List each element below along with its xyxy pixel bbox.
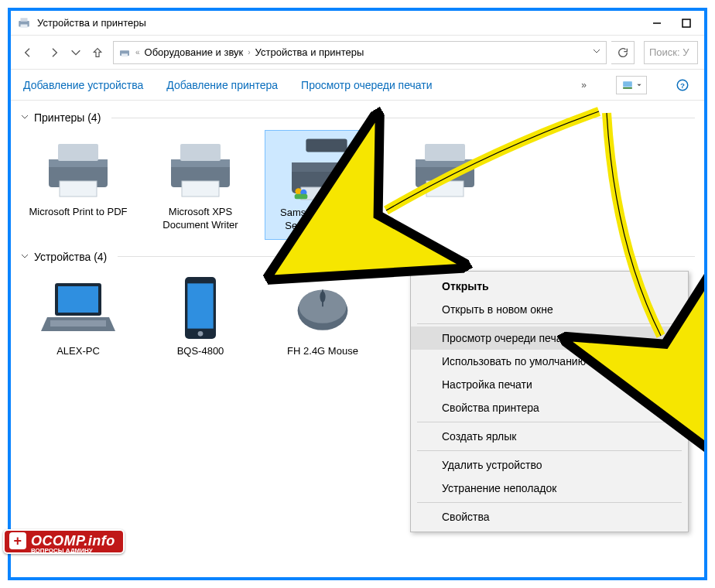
recent-locations-button[interactable] — [70, 42, 82, 63]
svg-rect-1 — [21, 18, 28, 22]
svg-rect-4 — [682, 19, 690, 27]
printer-icon — [39, 136, 117, 201]
printer-icon — [406, 136, 484, 201]
svg-rect-6 — [121, 53, 128, 56]
toolbar: Добавление устройства Добавление принтер… — [11, 70, 704, 101]
chevron-down-icon — [20, 251, 29, 263]
ctx-open-new-window[interactable]: Открыть в новом окне — [411, 298, 688, 321]
watermark: + OCOMP.info ВОПРОСЫ АДМИНУ — [3, 529, 125, 554]
svg-point-38 — [320, 291, 325, 302]
chevron-right-icon: › — [248, 48, 250, 56]
svg-rect-28 — [425, 144, 465, 161]
chevron-down-icon — [20, 111, 29, 124]
view-mode-button[interactable] — [616, 76, 647, 94]
printer-item-selected[interactable]: Samsung ML-1860 Series (USB001) — [265, 130, 381, 240]
printers-items: Microsoft Print to PDF Microsoft XPS Doc… — [20, 130, 695, 240]
breadcrumb-item[interactable]: Устройства и принтеры — [255, 46, 364, 58]
navbar: « Оборудование и звук › Устройства и при… — [11, 36, 704, 70]
item-label: ALEX-PC — [56, 345, 100, 358]
svg-rect-21 — [292, 162, 354, 172]
context-menu: Открыть Открыть в новом окне Просмотр оч… — [410, 271, 689, 532]
printer-item[interactable] — [387, 130, 503, 240]
group-header-devices[interactable]: Устройства (4) — [20, 251, 695, 263]
ctx-print-setup[interactable]: Настройка печати — [411, 373, 688, 396]
svg-rect-34 — [187, 283, 213, 328]
chevron-left-icon: « — [135, 48, 140, 56]
breadcrumb-item[interactable]: Оборудование и звук — [145, 46, 244, 58]
search-placeholder: Поиск: У — [649, 46, 689, 58]
svg-rect-7 — [623, 81, 632, 87]
svg-text:?: ? — [680, 80, 685, 89]
svg-rect-17 — [180, 144, 221, 161]
device-item[interactable]: ALEX-PC — [20, 269, 136, 364]
item-label: FH 2.4G Mouse — [287, 345, 358, 358]
ctx-set-default[interactable]: Использовать по умолчанию — [411, 350, 688, 373]
svg-rect-31 — [58, 286, 98, 313]
mouse-icon — [284, 275, 361, 340]
svg-rect-8 — [623, 87, 632, 88]
group-label: Принтеры (4) — [34, 111, 101, 124]
printer-item[interactable]: Microsoft XPS Document Writer — [142, 130, 258, 240]
ctx-remove-device[interactable]: Удалить устройство — [411, 453, 688, 477]
ctx-view-queue[interactable]: Просмотр очереди печати — [411, 326, 688, 350]
forward-button[interactable] — [43, 42, 65, 63]
svg-rect-29 — [426, 181, 464, 197]
add-printer-button[interactable]: Добавление принтера — [166, 79, 278, 91]
window: Устройства и принтеры « Оборудование и з… — [8, 8, 707, 580]
maximize-button[interactable] — [675, 15, 698, 31]
up-button[interactable] — [87, 42, 108, 63]
window-title: Устройства и принтеры — [37, 17, 639, 29]
ctx-troubleshoot[interactable]: Устранение неполадок — [411, 477, 688, 500]
devices-printers-icon — [118, 46, 131, 59]
svg-rect-18 — [182, 181, 219, 197]
group-label: Устройства (4) — [34, 251, 107, 263]
watermark-subtitle: ВОПРОСЫ АДМИНУ — [31, 547, 93, 554]
device-item[interactable]: FH 2.4G Mouse — [265, 269, 381, 364]
svg-point-35 — [198, 331, 204, 337]
minimize-button[interactable] — [645, 15, 669, 31]
ctx-properties[interactable]: Свойства — [411, 505, 688, 528]
svg-rect-13 — [58, 144, 98, 161]
laptop-icon — [39, 275, 117, 340]
add-device-button[interactable]: Добавление устройства — [23, 79, 143, 91]
back-button[interactable] — [17, 42, 39, 63]
svg-rect-14 — [60, 181, 97, 197]
printer-icon — [284, 137, 361, 202]
svg-rect-19 — [306, 139, 347, 152]
item-label: Microsoft XPS Document Writer — [147, 206, 254, 232]
shared-badge-icon — [293, 185, 309, 200]
help-button[interactable]: ? — [673, 76, 692, 94]
phone-icon — [162, 275, 239, 340]
search-input[interactable]: Поиск: У — [644, 41, 698, 64]
address-bar[interactable]: « Оборудование и звук › Устройства и при… — [113, 41, 607, 64]
printer-icon — [162, 136, 239, 201]
svg-rect-32 — [50, 320, 106, 326]
group-header-printers[interactable]: Принтеры (4) — [20, 111, 695, 124]
svg-rect-2 — [21, 24, 28, 28]
item-label: BQS-4800 — [177, 345, 224, 358]
device-item[interactable]: BQS-4800 — [142, 269, 258, 364]
ctx-printer-properties[interactable]: Свойства принтера — [411, 396, 688, 419]
toolbar-overflow-button[interactable]: » — [581, 80, 587, 91]
view-print-queue-button[interactable]: Просмотр очереди печати — [301, 79, 432, 91]
devices-printers-icon — [17, 16, 31, 30]
ctx-create-shortcut[interactable]: Создать ярлык — [411, 425, 688, 448]
item-label: Samsung ML-1860 Series (USB001) — [270, 207, 375, 233]
ctx-open[interactable]: Открыть — [411, 275, 688, 298]
chevron-down-icon[interactable] — [592, 46, 601, 58]
titlebar: Устройства и принтеры — [11, 11, 704, 36]
svg-rect-25 — [295, 194, 308, 200]
printer-item[interactable]: Microsoft Print to PDF — [20, 130, 136, 240]
refresh-button[interactable] — [611, 41, 635, 64]
item-label: Microsoft Print to PDF — [29, 206, 127, 219]
plus-icon: + — [9, 532, 26, 549]
